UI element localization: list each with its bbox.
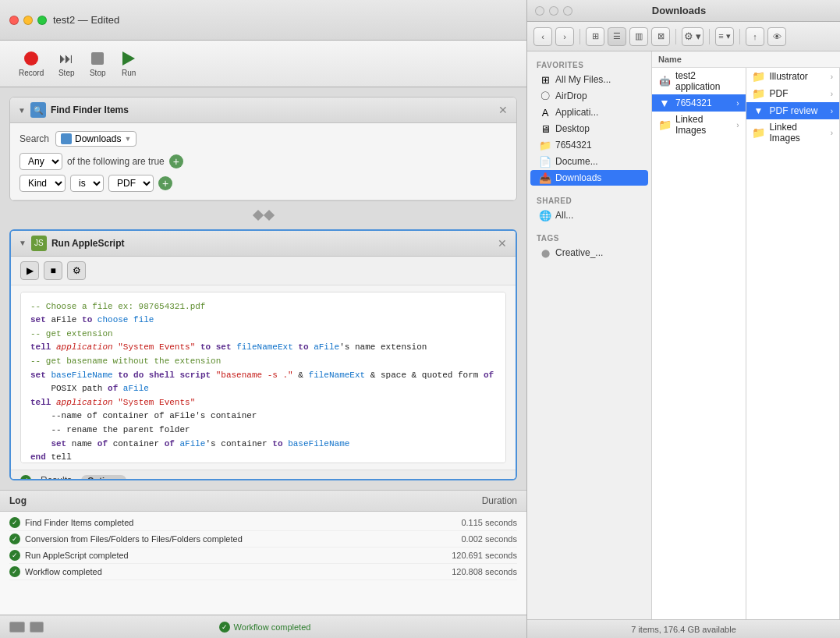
folder-7654321-icon: 📁: [540, 140, 551, 151]
log-entry-1-left: ✓ Find Finder Items completed: [9, 517, 133, 528]
run-icon: [120, 50, 137, 67]
pdf-select[interactable]: PDF: [108, 175, 154, 192]
icon-view-button[interactable]: ⊞: [586, 27, 604, 46]
quicklook-button[interactable]: 👁: [767, 27, 786, 46]
cover-view-button[interactable]: ⊠: [651, 27, 670, 46]
log-duration-4: 120.808 seconds: [452, 567, 517, 576]
log-check-2: ✓: [9, 533, 20, 544]
header-left: ▼ 🔍 Find Finder Items: [18, 102, 129, 118]
col-item-pdf-review[interactable]: ▼ PDF review ›: [746, 102, 840, 119]
finder-max[interactable]: [563, 6, 572, 16]
script-options-tab[interactable]: Options: [81, 475, 126, 480]
any-condition-select[interactable]: Any: [19, 153, 62, 170]
back-button[interactable]: ‹: [533, 27, 552, 46]
add-kind-button[interactable]: +: [158, 176, 172, 190]
record-button[interactable]: Record: [12, 47, 50, 80]
run-triangle: [122, 51, 135, 66]
sidebar-item-downloads[interactable]: 📥 Downloads: [530, 170, 648, 186]
find-finder-items-title: Find Finder Items: [51, 105, 129, 115]
stop-icon: [89, 50, 106, 67]
finder-window-title: Downloads: [652, 5, 706, 16]
all-shared-icon: 🌐: [540, 210, 551, 221]
stop-button[interactable]: Stop: [83, 47, 112, 80]
script-stop-button[interactable]: ■: [44, 261, 62, 280]
tags-title: Tags: [527, 231, 651, 244]
all-my-files-icon: ⊞: [540, 74, 551, 85]
arrange-button[interactable]: ≡ ▾: [715, 27, 734, 46]
is-select[interactable]: is: [70, 175, 104, 192]
script-results-tab[interactable]: Results: [41, 475, 72, 480]
col-item-7654321[interactable]: ▼ 7654321 ›: [652, 94, 746, 112]
log-text-3: Run AppleScript completed: [25, 551, 129, 560]
log-check-3: ✓: [9, 550, 20, 561]
sidebar-item-all-my-files[interactable]: ⊞ All My Files...: [530, 72, 648, 87]
add-condition-button[interactable]: +: [169, 154, 183, 168]
log-entries: ✓ Find Finder Items completed 0.115 seco…: [0, 512, 526, 615]
finder-status-text: 7 items, 176.4 GB available: [631, 625, 736, 634]
workflow-complete: ✓ Workflow completed: [219, 622, 311, 633]
script-compile-button[interactable]: ⚙: [67, 261, 86, 280]
sidebar-item-applications[interactable]: A Applicati...: [530, 105, 648, 120]
close-button[interactable]: [9, 16, 19, 25]
kind-select[interactable]: Kind: [19, 175, 66, 192]
finder-min[interactable]: [549, 6, 558, 16]
toolbar-separator-2: [675, 29, 676, 44]
workflow-complete-text: Workflow completed: [234, 622, 311, 632]
folder-7654321-col-icon: ▼: [658, 97, 671, 109]
log-entry-4: ✓ Workflow completed 120.808 seconds: [9, 564, 517, 580]
sidebar-item-7654321[interactable]: 📁 7654321: [530, 137, 648, 153]
log-check-4: ✓: [9, 566, 20, 577]
col-item-linked-images[interactable]: 📁 Linked Images ›: [652, 112, 746, 138]
sidebar-item-all-shared[interactable]: 🌐 All...: [530, 207, 648, 223]
script-play-button[interactable]: ▶: [20, 261, 39, 280]
stop-square: [91, 52, 104, 65]
col-item-test2[interactable]: 🤖 test2 application: [652, 68, 746, 94]
minimize-button[interactable]: [23, 16, 33, 25]
col-item-illustrator[interactable]: 📁 Illustrator ›: [746, 68, 840, 85]
toolbar-separator-3: [709, 29, 710, 44]
run-applescript-footer: ✓ Results Options: [11, 470, 516, 480]
collapse-arrow-script[interactable]: ▼: [19, 239, 27, 247]
sidebar-item-airdrop[interactable]: 〇 AirDrop: [530, 88, 648, 104]
run-applescript-title: Run AppleScript: [51, 238, 125, 249]
maximize-button[interactable]: [37, 16, 47, 25]
script-results-check: ✓: [20, 475, 31, 480]
finder-toolbar: ‹ › ⊞ ☰ ▥ ⊠ ⚙ ▾ ≡ ▾ ↑ 👁: [527, 22, 840, 51]
run-button[interactable]: Run: [114, 47, 144, 80]
run-applescript-close[interactable]: ✕: [497, 238, 508, 249]
script-editor[interactable]: -- Choose a file ex: 987654321.pdf set a…: [20, 292, 506, 463]
action-gear-button[interactable]: ⚙ ▾: [682, 27, 704, 46]
finder-main: Favorites ⊞ All My Files... 〇 AirDrop A …: [527, 51, 840, 619]
shared-title: Shared: [527, 193, 651, 207]
documents-icon: 📄: [540, 156, 551, 167]
sidebar-item-creative[interactable]: ⬤ Creative_...: [530, 245, 648, 261]
search-location-select[interactable]: Downloads ▼: [55, 131, 136, 147]
log-title: Log: [9, 495, 27, 506]
step-button[interactable]: ⏭ Step: [51, 47, 81, 80]
name-column-header: Name: [658, 55, 682, 64]
find-finder-items-close[interactable]: ✕: [498, 105, 509, 115]
window-title: test2 — Edited: [53, 14, 119, 26]
finder-close[interactable]: [535, 6, 544, 16]
column-view-button[interactable]: ▥: [629, 27, 648, 46]
sidebar-label-creative: Creative_...: [555, 247, 603, 258]
list-view-button[interactable]: ☰: [608, 27, 626, 46]
log-text-4: Workflow completed: [25, 567, 102, 576]
col-item-7654321-name: 7654321: [675, 97, 732, 108]
sidebar-label-downloads: Downloads: [555, 172, 601, 183]
block-connector: [9, 207, 517, 223]
log-text-2: Conversion from Files/Folders to Files/F…: [25, 534, 243, 544]
test2-app-icon: 🤖: [658, 75, 671, 87]
find-finder-items-header: ▼ 🔍 Find Finder Items ✕: [10, 97, 516, 123]
script-action-icon: JS: [31, 236, 47, 251]
finder-traffic-lights: [535, 6, 572, 16]
forward-button[interactable]: ›: [555, 27, 574, 46]
collapse-arrow[interactable]: ▼: [18, 106, 26, 115]
col-item-linked-images-2[interactable]: 📁 Linked Images ›: [746, 119, 840, 146]
col-item-pdf[interactable]: 📁 PDF ›: [746, 85, 840, 102]
sidebar-item-desktop[interactable]: 🖥 Desktop: [530, 121, 648, 136]
sidebar-item-documents[interactable]: 📄 Docume...: [530, 154, 648, 169]
record-icon: [23, 50, 40, 67]
condition-text: of the following are true: [67, 156, 165, 167]
share-button[interactable]: ↑: [746, 27, 764, 46]
